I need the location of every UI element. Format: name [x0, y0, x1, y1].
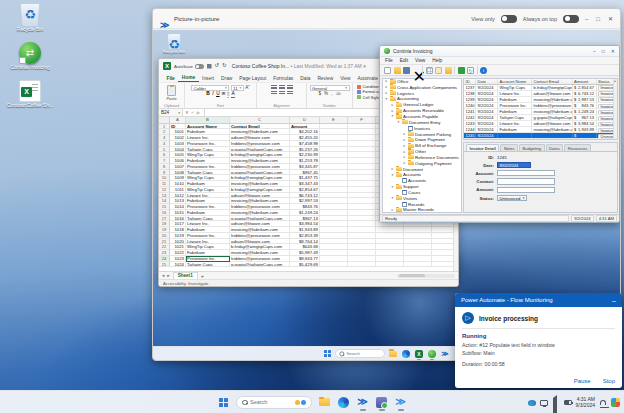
battery-icon[interactable]	[564, 400, 572, 405]
grid-cell[interactable]	[404, 262, 432, 268]
detail-tab-dates[interactable]: Dates	[546, 144, 564, 151]
expand-icon[interactable]: ▸	[391, 167, 395, 171]
expand-icon[interactable]: ▸	[391, 208, 395, 212]
grid-cell[interactable]	[320, 262, 348, 268]
save-icon[interactable]	[207, 64, 212, 69]
collapse-icon[interactable]: ▾	[391, 173, 395, 177]
grid-scrollbar[interactable]	[613, 79, 617, 140]
autosave-toggle[interactable]	[195, 64, 204, 69]
percent-format-icon[interactable]: %	[324, 92, 328, 97]
app-with-badge-icon[interactable]	[375, 396, 388, 409]
redo-icon[interactable]: ↻	[222, 63, 227, 69]
pip-title-bar[interactable]: Picture-in-picture View only Always on t…	[153, 9, 620, 29]
align-top-icon[interactable]	[271, 85, 277, 90]
expand-icon[interactable]: ▸	[385, 91, 389, 95]
ribbon-tab-home[interactable]: Home	[178, 75, 198, 83]
italic-button[interactable]: I	[212, 92, 214, 97]
start-button[interactable]	[217, 396, 230, 409]
grow-font-icon[interactable]: Aˆ	[245, 86, 250, 91]
amount-field[interactable]	[497, 187, 555, 193]
align-right-icon[interactable]	[287, 91, 293, 96]
paste-icon[interactable]	[167, 85, 176, 96]
expand-icon[interactable]: ▸	[403, 155, 407, 159]
cancel-entry-icon[interactable]: ✕	[185, 110, 189, 115]
close-icon[interactable]: ✕	[608, 16, 613, 22]
edge-icon[interactable]	[402, 349, 411, 358]
add-sheet-button[interactable]: +	[201, 273, 204, 279]
column-header-B[interactable]: B	[186, 117, 230, 123]
continia-title-bar[interactable]: Continia Invoicing – □ ✕	[380, 46, 619, 57]
pause-button[interactable]: Pause	[574, 378, 591, 384]
collapse-icon[interactable]: ▾	[391, 114, 395, 118]
decimal-format-icon[interactable]: .00	[335, 93, 340, 97]
detail-tab-budgeting[interactable]: Budgeting	[519, 144, 544, 151]
expand-icon[interactable]: ▸	[403, 138, 407, 142]
grid-header-date[interactable]: Date	[476, 79, 498, 84]
tree-item-master-records[interactable]: ▸Master Records	[383, 207, 461, 212]
menu-edit[interactable]: Edit	[400, 58, 408, 63]
sheet-nav-left-icon[interactable]: ◂	[162, 273, 164, 278]
contact-field[interactable]	[497, 178, 555, 184]
status-dropdown[interactable]: Uninvoiced ▾	[497, 195, 527, 201]
align-bottom-icon[interactable]	[287, 85, 293, 90]
file-explorer-icon[interactable]	[389, 349, 398, 358]
date-field[interactable]: 9/02/2024	[497, 162, 531, 168]
widgets-icon[interactable]	[611, 398, 620, 407]
excel-taskbar-icon[interactable]: X	[415, 349, 424, 358]
align-middle-icon[interactable]	[279, 85, 285, 90]
column-header-E[interactable]: E	[320, 117, 348, 123]
font-color-icon[interactable]: A	[231, 92, 235, 97]
grid-header-account-name[interactable]: Account Name	[498, 79, 532, 84]
confirm-entry-icon[interactable]: ✓	[191, 110, 195, 115]
grid-cell[interactable]: $5,429.69	[290, 262, 320, 268]
underline-button[interactable]: U	[216, 92, 220, 97]
desktop-icon-excel-file[interactable]: Contoso Coffee Sh...	[4, 80, 56, 109]
undo-icon[interactable]: ↺	[215, 63, 220, 69]
grid-cell[interactable]: Tailspin Cups	[186, 262, 230, 268]
onedrive-icon[interactable]	[528, 400, 536, 406]
expand-icon[interactable]: ▸	[403, 161, 407, 165]
paste-label[interactable]: Paste	[166, 96, 176, 101]
column-header-F[interactable]: F	[348, 117, 376, 123]
stop-button[interactable]: Stop	[603, 378, 615, 384]
column-header-D[interactable]: D	[290, 117, 320, 123]
open-icon[interactable]	[394, 67, 401, 74]
grid-cell[interactable]: 1024	[170, 262, 186, 268]
accessibility-status[interactable]: Accessibility: Investigate	[163, 281, 208, 286]
minimize-icon[interactable]: –	[593, 49, 596, 54]
fill-color-icon[interactable]: ▯	[227, 92, 230, 97]
currency-format-icon[interactable]: $	[319, 92, 322, 97]
collapse-icon[interactable]: ▾	[385, 97, 389, 101]
flow-monitor-title-bar[interactable]: Power Automate - Flow Monitoring –	[455, 293, 622, 307]
notifications-bell-icon[interactable]	[599, 398, 607, 406]
power-automate-icon[interactable]: ≫	[356, 396, 369, 409]
inner-recycle-bin-icon[interactable]: Recycle Bin	[159, 34, 189, 55]
power-automate-desktop-icon[interactable]: ≫	[394, 396, 407, 409]
expand-icon[interactable]: ▸	[391, 109, 395, 113]
refresh-icon[interactable]: ↻	[467, 67, 474, 74]
collapse-icon[interactable]: ▾	[397, 120, 401, 124]
menu-help[interactable]: Help	[432, 58, 442, 63]
expand-icon[interactable]: ▸	[385, 85, 389, 89]
select-all-corner[interactable]	[159, 117, 170, 123]
speaker-icon[interactable]	[552, 398, 560, 406]
clock[interactable]: 4:31 AM 9/3/2024	[576, 396, 595, 409]
column-header-C[interactable]: C	[230, 117, 290, 123]
name-box[interactable]: B24▾	[159, 109, 183, 116]
column-header-A[interactable]: A	[170, 117, 186, 123]
detail-tab-notes[interactable]: Notes	[500, 144, 518, 151]
grid-header-amount[interactable]: Amount	[573, 79, 597, 84]
grid-cell[interactable]	[376, 262, 404, 268]
export-icon[interactable]	[458, 67, 465, 74]
detail-tab-invoice-detail[interactable]: Invoice Detail	[466, 144, 499, 151]
minimize-icon[interactable]: –	[585, 16, 588, 22]
view-only-toggle[interactable]	[501, 15, 517, 23]
expand-icon[interactable]: ▸	[403, 150, 407, 154]
inner-search-box[interactable]: Search	[335, 349, 385, 358]
save-icon[interactable]	[403, 67, 410, 74]
grid-header-id[interactable]: ID	[464, 79, 476, 84]
font-name-dropdown[interactable]: Calibri▾	[191, 85, 229, 91]
align-left-icon[interactable]	[271, 91, 277, 96]
insert-function-icon[interactable]: fx	[196, 110, 199, 115]
sheet-nav-right-icon[interactable]: ▸	[167, 273, 169, 278]
